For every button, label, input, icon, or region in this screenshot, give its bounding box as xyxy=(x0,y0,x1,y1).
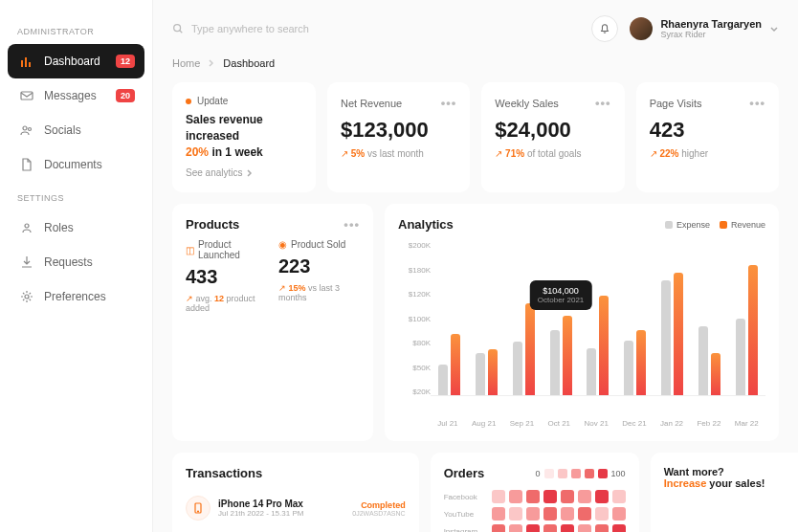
promo-line1: Want more? xyxy=(664,466,798,477)
sidebar-item-socials[interactable]: Socials xyxy=(8,113,144,147)
heat-scale: 0 100 xyxy=(536,469,626,478)
avatar xyxy=(630,17,653,40)
chevron-right-icon xyxy=(246,169,254,177)
kpi-title: Page Visits xyxy=(650,98,702,109)
chevron-down-icon xyxy=(769,24,779,33)
transaction-row[interactable]: MacBook Pro M1 13"Jul 20th 2022 - 10.11 … xyxy=(186,528,406,532)
envelope-icon xyxy=(19,88,34,103)
nav-label: Documents xyxy=(44,158,102,171)
more-icon[interactable]: ••• xyxy=(344,217,360,232)
kpi-value: 423 xyxy=(650,118,765,143)
legend-expense-swatch xyxy=(665,221,673,229)
phone-icon xyxy=(186,496,211,521)
section-label: ADMINISTRATOR xyxy=(17,27,144,36)
kpi-value: $24,000 xyxy=(495,118,610,143)
kpi-title: Net Revenue xyxy=(341,98,402,109)
users-icon xyxy=(19,122,34,138)
kpi-net-revenue: Net Revenue••• $123,000 ↗ 5% vs last mon… xyxy=(327,82,470,192)
sidebar-item-dashboard[interactable]: Dashboard 12 xyxy=(8,44,144,78)
nav-label: Messages xyxy=(44,89,97,102)
svg-rect-3 xyxy=(21,92,33,100)
nav-label: Requests xyxy=(44,255,93,269)
analytics-title: Analytics xyxy=(398,217,454,232)
nav-label: Dashboard xyxy=(44,55,100,68)
products-title: Products xyxy=(186,217,239,232)
breadcrumb-root[interactable]: Home xyxy=(172,57,200,69)
tx-name: iPhone 14 Pro Max xyxy=(218,499,344,509)
roles-icon xyxy=(19,220,34,235)
sidebar-item-documents[interactable]: Documents xyxy=(8,147,144,182)
analytics-card: Analytics Expense Revenue $200K$180K$120… xyxy=(385,204,779,441)
nav-label: Roles xyxy=(44,221,74,234)
bell-icon xyxy=(599,23,610,34)
cart-icon: ◉ xyxy=(278,239,287,250)
see-analytics-link[interactable]: See analytics xyxy=(186,167,254,178)
search-placeholder: Type anywhere to search xyxy=(191,23,309,34)
promo-line2: your sales! xyxy=(709,477,765,489)
kpi-delta: ↗ 71% of total goals xyxy=(495,148,610,159)
search-input[interactable]: Type anywhere to search xyxy=(172,23,580,34)
update-card: Update Sales revenue increased 20% in 1 … xyxy=(172,82,316,192)
chart-bars: $104,000October 2021 xyxy=(431,241,765,396)
nav-badge: 12 xyxy=(116,55,135,68)
requests-icon xyxy=(19,255,34,270)
chart-xaxis: Jul 21Aug 21Sep 21Oct 21Nov 21Dec 21Jan … xyxy=(431,419,765,428)
update-label: Update xyxy=(197,96,228,106)
svg-point-6 xyxy=(25,224,29,228)
user-menu[interactable]: Rhaenyra Targaryen Syrax Rider xyxy=(630,17,779,40)
gear-icon xyxy=(19,289,34,304)
svg-rect-2 xyxy=(29,62,31,67)
transaction-row[interactable]: iPhone 14 Pro MaxJul 21th 2022 - 15.31 P… xyxy=(186,488,406,528)
heat-grid xyxy=(492,490,626,532)
user-role: Syrax Rider xyxy=(660,30,762,39)
kpi-value: $123,000 xyxy=(341,118,456,143)
breadcrumb-current: Dashboard xyxy=(223,57,275,69)
search-icon xyxy=(172,23,184,34)
launched-value: 433 xyxy=(186,266,267,288)
svg-point-4 xyxy=(23,126,27,130)
promo-card[interactable]: Want more? Increase your sales! $29/mont… xyxy=(651,453,798,532)
launched-note: ↗ avg. 12 product added xyxy=(186,294,267,313)
kpi-delta: ↗ 5% vs last month xyxy=(341,148,456,159)
sidebar-item-roles[interactable]: Roles xyxy=(8,211,144,245)
more-icon[interactable]: ••• xyxy=(595,96,611,110)
svg-rect-0 xyxy=(21,60,23,67)
kpi-delta: ↗ 22% higher xyxy=(650,148,765,159)
sidebar: ADMINISTRATOR Dashboard 12 Messages 20 S… xyxy=(0,0,153,532)
box-icon: ◫ xyxy=(186,245,194,255)
kpi-page-visits: Page Visits••• 423 ↗ 22% higher xyxy=(636,82,779,192)
more-icon[interactable]: ••• xyxy=(749,96,765,110)
promo-highlight: Increase xyxy=(664,477,707,489)
sidebar-item-requests[interactable]: Requests xyxy=(8,245,144,279)
notifications-button[interactable] xyxy=(591,15,618,42)
document-icon xyxy=(19,157,34,172)
orders-card: Orders 0 100 FacebookYouTubeInstagramTwi… xyxy=(431,453,639,532)
svg-point-10 xyxy=(198,511,199,512)
products-card: Products••• ◫Product Launched 433 ↗ avg.… xyxy=(172,204,373,441)
main-content: Type anywhere to search Rhaenyra Targary… xyxy=(153,0,798,532)
nav-label: Socials xyxy=(44,123,81,137)
transactions-title: Transactions xyxy=(186,466,406,480)
orders-title: Orders xyxy=(444,466,485,480)
kpi-title: Weekly Sales xyxy=(495,98,558,109)
sidebar-section-admin: ADMINISTRATOR Dashboard 12 Messages 20 S… xyxy=(8,27,144,182)
chart-legend: Expense Revenue xyxy=(665,220,765,230)
tx-code: 0J2WASD7ASNC xyxy=(352,510,405,517)
more-icon[interactable]: ••• xyxy=(441,96,457,110)
svg-point-7 xyxy=(25,295,29,299)
chevron-right-icon xyxy=(208,59,215,67)
chart-yaxis: $200K$180K$120K$100K$80K$50K$20K xyxy=(398,241,431,413)
sidebar-item-preferences[interactable]: Preferences xyxy=(8,279,144,314)
sold-value: 223 xyxy=(278,255,360,277)
tx-status: Completed xyxy=(352,500,405,510)
update-dot-icon xyxy=(186,99,191,104)
svg-point-5 xyxy=(29,128,32,131)
svg-point-8 xyxy=(174,25,181,32)
transactions-list: iPhone 14 Pro MaxJul 21th 2022 - 15.31 P… xyxy=(186,488,406,532)
sidebar-item-messages[interactable]: Messages 20 xyxy=(8,78,144,113)
kpi-weekly-sales: Weekly Sales••• $24,000 ↗ 71% of total g… xyxy=(481,82,624,192)
analytics-chart: $200K$180K$120K$100K$80K$50K$20K $104,00… xyxy=(398,241,765,413)
breadcrumb: Home Dashboard xyxy=(172,57,779,69)
heat-labels: FacebookYouTubeInstagramTwitterTikTok xyxy=(444,490,490,532)
sidebar-section-settings: SETTINGS Roles Requests Preferences xyxy=(8,193,144,314)
